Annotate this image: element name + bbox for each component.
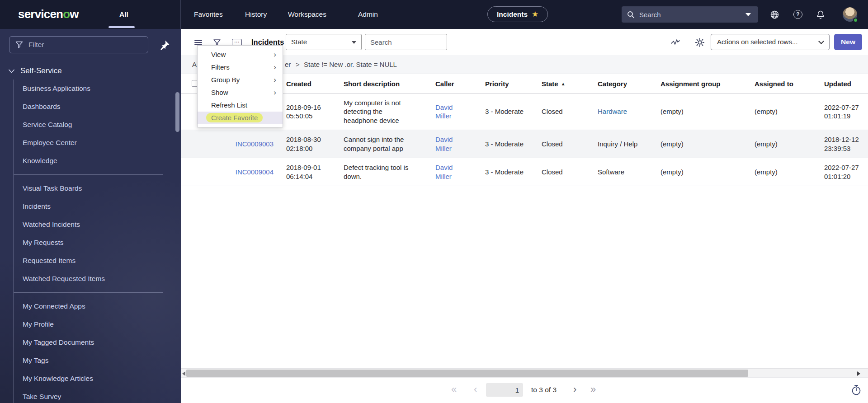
- sidebar-item-my-requests[interactable]: My Requests: [0, 234, 181, 252]
- sidebar-item-knowledge[interactable]: Knowledge: [0, 152, 181, 170]
- sidebar-item-service-catalog[interactable]: Service Catalog: [0, 116, 181, 134]
- user-avatar[interactable]: [843, 7, 857, 22]
- sidebar-item-my-profile[interactable]: My Profile: [0, 315, 181, 333]
- sidebar-item-employee-center[interactable]: Employee Center: [0, 134, 181, 152]
- cell-assignment-group: (empty): [660, 130, 742, 158]
- incidents-favorite-pill[interactable]: Incidents ★: [487, 6, 548, 22]
- sidebar-item-requested-items[interactable]: Requested Items: [0, 252, 181, 270]
- select-caret-icon: [352, 41, 356, 44]
- table-header-row: Created Short description Caller Priorit…: [181, 74, 868, 94]
- help-button[interactable]: ?: [791, 8, 805, 21]
- nav-all-menu[interactable]: All: [113, 0, 135, 29]
- column-header-state[interactable]: State▲: [542, 74, 587, 94]
- search-icon: [627, 11, 635, 19]
- cell-short-description: Cannot sign into the company portal app: [344, 130, 418, 158]
- sidebar-item-visual-task-boards[interactable]: Visual Task Boards: [0, 179, 181, 197]
- actions-on-rows-select[interactable]: Actions on selected rows...: [711, 34, 830, 50]
- sidebar-item-watched-requested-items[interactable]: Watched Requested Items: [0, 270, 181, 288]
- menu-item-group-by[interactable]: Group By›: [198, 74, 283, 86]
- last-page-button[interactable]: »: [590, 380, 596, 399]
- cell-short-description: Defect tracking tool is down.: [344, 158, 418, 186]
- ai-insights-button[interactable]: [670, 37, 681, 48]
- table-row: 2018-09-16 05:50:05 My computer is not d…: [181, 94, 868, 130]
- nav-admin[interactable]: Admin: [358, 0, 378, 29]
- cell-assigned-to: (empty): [755, 158, 813, 186]
- next-page-button[interactable]: ›: [573, 380, 576, 399]
- incident-number-link[interactable]: INC0009003: [222, 130, 274, 158]
- column-header-assignment-group[interactable]: Assignment group: [660, 74, 742, 94]
- cell-category: Inquiry / Help: [598, 130, 656, 158]
- nav-workspaces[interactable]: Workspaces: [288, 0, 326, 29]
- new-button[interactable]: New: [834, 34, 862, 50]
- sidebar-item-incidents[interactable]: Incidents: [0, 197, 181, 216]
- all-menu-sidebar: Self-Service Business Applications Dashb…: [0, 29, 181, 403]
- nav-favorites[interactable]: Favorites: [194, 0, 223, 29]
- sidebar-filter-input[interactable]: [23, 41, 148, 49]
- breadcrumb-separator: >: [296, 55, 300, 74]
- notifications-button[interactable]: [814, 8, 827, 21]
- cell-caller-link[interactable]: David Miller: [435, 158, 467, 186]
- incident-number-link[interactable]: INC0009004: [222, 158, 274, 186]
- page-number-box: [486, 383, 523, 397]
- sidebar-item-my-tagged-documents[interactable]: My Tagged Documents: [0, 333, 181, 351]
- cell-state: Closed: [542, 94, 587, 130]
- star-icon[interactable]: ★: [532, 9, 538, 19]
- cell-caller-link[interactable]: David Miller: [435, 94, 467, 130]
- sidebar-item-my-connected-apps[interactable]: My Connected Apps: [0, 297, 181, 315]
- cell-priority: 3 - Moderate: [485, 158, 536, 186]
- breadcrumb-fragment[interactable]: er: [285, 55, 291, 74]
- sidebar-item-business-applications[interactable]: Business Applications: [0, 80, 181, 98]
- menu-item-refresh-list[interactable]: Refresh List: [198, 99, 283, 112]
- column-header-created[interactable]: Created: [286, 74, 329, 94]
- cell-updated: 2022-07-27 01:01:20: [824, 158, 867, 186]
- submenu-chevron-icon: ›: [274, 61, 276, 74]
- previous-page-button[interactable]: ‹: [474, 380, 477, 399]
- column-header-assigned-to[interactable]: Assigned to: [755, 74, 813, 94]
- list-settings-button[interactable]: [694, 37, 705, 48]
- bell-icon: [816, 10, 825, 19]
- cell-caller-link[interactable]: David Miller: [435, 130, 467, 158]
- submenu-chevron-icon: ›: [274, 74, 276, 86]
- page-number-input[interactable]: [486, 383, 523, 397]
- cell-created: 2018-09-16 05:50:05: [286, 94, 329, 130]
- nav-history[interactable]: History: [245, 0, 267, 29]
- menu-item-filters[interactable]: Filters›: [198, 61, 283, 74]
- list-pagination: « ‹ to 3 of 3 › »: [181, 380, 868, 399]
- scroll-right-arrow-icon[interactable]: [857, 371, 860, 376]
- pulse-icon: [670, 37, 681, 48]
- pin-sidebar-button[interactable]: [159, 40, 171, 52]
- sidebar-item-watched-incidents[interactable]: Watched Incidents: [0, 216, 181, 234]
- column-header-short-description[interactable]: Short description: [344, 74, 418, 94]
- scroll-left-arrow-icon[interactable]: [182, 371, 185, 376]
- breadcrumb-filter-condition[interactable]: State != New .or. State = NULL: [304, 55, 397, 74]
- submenu-chevron-icon: ›: [274, 86, 276, 99]
- first-page-button[interactable]: «: [451, 380, 457, 399]
- cell-short-description: My computer is not detecting the headpho…: [344, 94, 418, 130]
- column-header-updated[interactable]: Updated: [824, 74, 867, 94]
- sidebar-item-my-tags[interactable]: My Tags: [0, 351, 181, 370]
- column-header-priority[interactable]: Priority: [485, 74, 536, 94]
- servicenow-logo[interactable]: servicenow: [18, 7, 79, 21]
- response-time-button[interactable]: [851, 384, 863, 396]
- search-field-select[interactable]: State: [286, 34, 362, 50]
- menu-item-show[interactable]: Show›: [198, 86, 283, 99]
- scrollbar-thumb[interactable]: [186, 370, 748, 377]
- sidebar-item-dashboards[interactable]: Dashboards: [0, 98, 181, 116]
- list-toolbar: ⋯ Incidents State Actions on selected ro…: [181, 29, 868, 55]
- section-self-service[interactable]: Self-Service: [0, 64, 181, 78]
- column-header-caller[interactable]: Caller: [435, 74, 467, 94]
- search-scope-caret-icon[interactable]: [745, 13, 751, 16]
- horizontal-scrollbar[interactable]: [181, 368, 868, 378]
- actions-select-value: Actions on selected rows...: [717, 38, 797, 46]
- sort-ascending-icon: ▲: [561, 81, 566, 86]
- search-input[interactable]: [635, 11, 738, 19]
- cell-category-link[interactable]: Hardware: [598, 94, 656, 130]
- language-globe-button[interactable]: [768, 8, 781, 21]
- list-search-input[interactable]: [365, 34, 447, 50]
- column-header-category[interactable]: Category: [598, 74, 656, 94]
- chevron-down-icon: [818, 38, 824, 44]
- sidebar-item-my-knowledge-articles[interactable]: My Knowledge Articles: [0, 370, 181, 388]
- menu-item-view[interactable]: View›: [198, 48, 283, 61]
- menu-item-create-favorite[interactable]: Create Favorite: [198, 112, 283, 124]
- sidebar-item-take-survey[interactable]: Take Survey: [0, 388, 181, 403]
